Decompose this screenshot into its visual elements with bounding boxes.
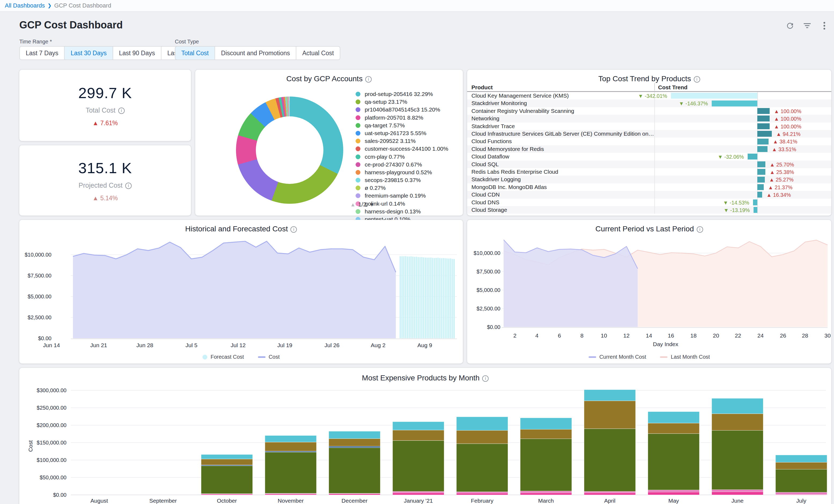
filter-icon[interactable] (803, 21, 811, 30)
legend-item-forecast-cost[interactable]: Forecast Cost (202, 354, 244, 360)
table-row: Stackdriver Trace▲ 100.00% (467, 123, 831, 130)
cost-trend-cell: ▲ 100.00% (654, 115, 831, 122)
projected-cost-value: 315.1 K (78, 159, 132, 177)
legend-item[interactable]: uat-setup-261723 5.55% (356, 130, 458, 136)
x-axis-tick: May (668, 498, 679, 504)
y-axis-tick: $7,500.00 (468, 269, 500, 275)
x-axis-tick: December (342, 498, 368, 504)
info-icon[interactable]: i (125, 182, 132, 189)
legend-item[interactable]: sales-209522 3.11% (356, 138, 458, 144)
legend-item[interactable]: qa-setup 23.17% (356, 99, 458, 105)
product-name: Cloud Functions (467, 137, 654, 145)
page-down-icon[interactable]: ▼ (369, 202, 374, 208)
legend-item[interactable]: ce-prod-274307 0.67% (356, 162, 458, 168)
info-icon[interactable]: i (694, 76, 700, 83)
trend-bar (757, 146, 768, 152)
legend-swatch (356, 178, 360, 182)
trend-axis (757, 92, 758, 100)
trend-axis (757, 100, 758, 107)
trend-bar (712, 101, 757, 106)
legend-item[interactable]: platform-205701 8.82% (356, 115, 458, 120)
trend-value: ▼ -32.06% (718, 154, 744, 160)
legend-label: qa-setup 23.17% (365, 99, 458, 105)
y-axis-title: Cost (27, 440, 34, 452)
table-row: Cloud Key Management Service (KMS)▼ -342… (467, 92, 831, 100)
legend-item[interactable]: qa-target 7.57% (356, 123, 458, 128)
trend-bar (757, 169, 765, 175)
legend-item[interactable]: prod-setup-205416 32.29% (356, 91, 458, 97)
legend-label: qa-target 7.57% (365, 123, 458, 128)
legend-label: Forecast Cost (211, 354, 244, 360)
x-axis-tick: Jun 21 (90, 342, 107, 349)
table-row: Cloud Memorystore for Redis▲ 33.51% (467, 145, 831, 153)
time-range-option[interactable]: Last 30 Days (65, 46, 113, 60)
trend-axis (757, 199, 758, 206)
page-up-icon[interactable]: ▲ (350, 202, 356, 208)
y-axis-tick: $2,500.00 (468, 306, 500, 312)
product-name: MongoDB Inc. MongoDB Atlas (467, 183, 654, 191)
legend-swatch (356, 115, 360, 120)
x-axis-tick: October (217, 498, 237, 504)
cost-type-button-group: Total CostDiscount and PromotionsActual … (175, 46, 340, 60)
current-vs-last-chart (467, 220, 831, 364)
legend-item-cost[interactable]: Cost (258, 354, 280, 360)
time-range-option[interactable]: Last 90 Days (113, 46, 161, 60)
info-icon[interactable]: i (118, 108, 125, 114)
table-row: Cloud Storage▼ -13.19% (467, 206, 831, 214)
legend-item[interactable]: harness-playground 0.52% (356, 170, 458, 175)
cost-type-option[interactable]: Discount and Promotions (215, 46, 296, 60)
product-name: Cloud Dataflow (467, 153, 654, 160)
legend-item[interactable]: harness-design 0.13% (356, 209, 458, 215)
legend-swatch (356, 170, 360, 175)
legend-item[interactable]: customer-success-244100 1.00% (356, 146, 458, 152)
trend-value: ▲ 21.37% (768, 184, 792, 191)
breadcrumb-all-dashboards-link[interactable]: All Dashboards (5, 2, 45, 9)
legend-item[interactable]: ø 0.27% (356, 185, 458, 191)
trend-value: ▼ -13.19% (724, 207, 750, 213)
x-axis-tick: Jun 14 (43, 342, 60, 349)
trend-bar (757, 115, 770, 122)
current-vs-last-card: Current Period vs Last Periodi $0.00$2,5… (467, 220, 831, 364)
info-icon[interactable]: i (365, 76, 372, 83)
legend-item[interactable]: freemium-sample 0.19% (356, 193, 458, 199)
legend-swatch (202, 355, 207, 359)
legend-item[interactable]: pr10406a87045145c3 15.20% (356, 107, 458, 113)
x-axis-tick: 10 (601, 332, 607, 339)
table-row: Stackdriver Logging▲ 25.27% (467, 176, 831, 183)
cost-type-option[interactable]: Actual Cost (296, 46, 340, 60)
x-axis-tick: January '21 (404, 498, 433, 504)
trend-bar (757, 123, 770, 129)
trend-value: ▲ 33.51% (772, 146, 796, 153)
refresh-icon[interactable] (786, 21, 794, 30)
projected-cost-kpi-card: 315.1 K Projected Costi ▲ 5.14% (19, 145, 191, 216)
x-axis-title: Day Index (653, 341, 678, 347)
trend-bar (757, 192, 762, 198)
trend-value: ▼ -146.37% (679, 101, 708, 107)
legend-label: Cost (269, 354, 280, 360)
kebab-menu-icon[interactable] (820, 21, 829, 30)
legend-item[interactable]: Current Month Cost (589, 354, 646, 360)
legend-label: platform-205701 8.82% (365, 115, 458, 120)
y-axis-tick: $250,000.00 (20, 405, 66, 411)
y-axis-tick: $100,000.00 (20, 457, 66, 463)
table-row: Cloud Functions▲ 38.41% (467, 137, 831, 145)
cost-trend-cell: ▲ 100.00% (654, 107, 831, 115)
product-name: Cloud Memorystore for Redis (467, 145, 654, 153)
legend-item[interactable]: ccm-play 0.77% (356, 154, 458, 160)
trend-value: ▲ 100.00% (774, 124, 801, 130)
trend-value: ▲ 25.38% (770, 169, 794, 175)
legend-item[interactable]: Last Month Cost (660, 354, 710, 360)
product-name: Cloud Infrastructure Services GitLab Ser… (467, 130, 654, 137)
trend-bar (671, 93, 757, 98)
time-range-option[interactable]: Last 7 Days (19, 46, 65, 60)
product-name: Container Registry Vulnerability Scannin… (467, 107, 654, 115)
y-axis-tick: $10,000.00 (20, 252, 51, 258)
cost-type-option[interactable]: Total Cost (175, 46, 215, 60)
trend-bar (753, 199, 757, 205)
header-divider (654, 83, 655, 91)
trend-value: ▲ 16.34% (766, 192, 791, 198)
legend-item[interactable]: secops-239815 0.37% (356, 177, 458, 183)
legend-pagination: ▲ 1/2 ▼ (350, 201, 374, 208)
legend-label: prod-setup-205416 32.29% (365, 91, 458, 97)
x-axis-tick: August (90, 498, 108, 504)
